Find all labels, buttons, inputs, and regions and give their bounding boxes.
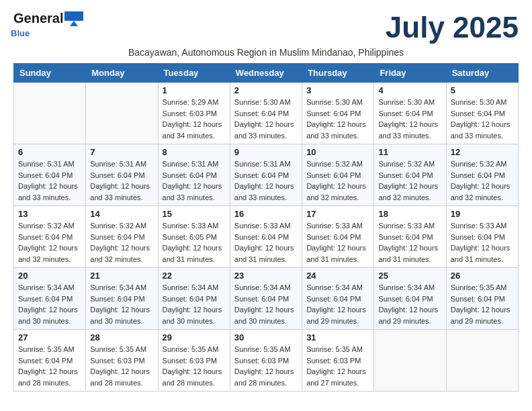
day-info: Sunrise: 5:31 AM Sunset: 6:04 PM Dayligh… — [234, 158, 298, 203]
day-cell: 9Sunrise: 5:31 AM Sunset: 6:04 PM Daylig… — [230, 144, 302, 206]
col-header-thursday: Thursday — [302, 64, 374, 83]
day-cell: 23Sunrise: 5:34 AM Sunset: 6:04 PM Dayli… — [230, 268, 302, 330]
day-cell: 20Sunrise: 5:34 AM Sunset: 6:04 PM Dayli… — [14, 268, 86, 330]
day-cell: 6Sunrise: 5:31 AM Sunset: 6:04 PM Daylig… — [14, 144, 86, 206]
day-info: Sunrise: 5:30 AM Sunset: 6:04 PM Dayligh… — [306, 97, 369, 141]
day-cell: 22Sunrise: 5:34 AM Sunset: 6:04 PM Dayli… — [158, 268, 230, 330]
day-info: Sunrise: 5:31 AM Sunset: 6:04 PM Dayligh… — [90, 158, 153, 203]
day-number: 16 — [234, 209, 298, 219]
day-info: Sunrise: 5:32 AM Sunset: 6:04 PM Dayligh… — [451, 158, 514, 203]
day-info: Sunrise: 5:29 AM Sunset: 6:03 PM Dayligh… — [163, 97, 226, 141]
calendar-table: SundayMondayTuesdayWednesdayThursdayFrid… — [13, 63, 519, 392]
day-info: Sunrise: 5:30 AM Sunset: 6:04 PM Dayligh… — [378, 97, 441, 141]
day-info: Sunrise: 5:32 AM Sunset: 6:04 PM Dayligh… — [306, 158, 369, 203]
day-number: 7 — [90, 147, 153, 157]
day-cell — [446, 330, 518, 392]
day-cell: 27Sunrise: 5:35 AM Sunset: 6:04 PM Dayli… — [14, 330, 86, 392]
day-cell: 5Sunrise: 5:30 AM Sunset: 6:04 PM Daylig… — [446, 83, 518, 144]
day-number: 10 — [306, 147, 369, 157]
day-number: 23 — [234, 271, 298, 281]
day-number: 15 — [163, 209, 226, 219]
day-cell: 1Sunrise: 5:29 AM Sunset: 6:03 PM Daylig… — [158, 83, 230, 144]
day-cell: 3Sunrise: 5:30 AM Sunset: 6:04 PM Daylig… — [302, 83, 374, 144]
day-number: 3 — [306, 85, 369, 95]
day-cell: 13Sunrise: 5:32 AM Sunset: 6:04 PM Dayli… — [14, 206, 86, 268]
day-number: 26 — [451, 271, 514, 281]
day-number: 9 — [234, 147, 298, 157]
day-info: Sunrise: 5:31 AM Sunset: 6:04 PM Dayligh… — [163, 158, 226, 203]
day-number: 22 — [163, 271, 226, 281]
day-info: Sunrise: 5:33 AM Sunset: 6:04 PM Dayligh… — [234, 220, 298, 265]
logo: General Blue — [13, 11, 83, 38]
day-number: 12 — [451, 147, 514, 157]
col-header-saturday: Saturday — [446, 64, 518, 83]
day-cell: 19Sunrise: 5:33 AM Sunset: 6:04 PM Dayli… — [446, 206, 518, 268]
week-row-4: 20Sunrise: 5:34 AM Sunset: 6:04 PM Dayli… — [14, 268, 519, 330]
day-cell: 4Sunrise: 5:30 AM Sunset: 6:04 PM Daylig… — [374, 83, 446, 144]
day-number: 5 — [451, 85, 514, 95]
day-cell: 30Sunrise: 5:35 AM Sunset: 6:03 PM Dayli… — [230, 330, 302, 392]
day-info: Sunrise: 5:34 AM Sunset: 6:04 PM Dayligh… — [18, 282, 81, 326]
day-cell: 2Sunrise: 5:30 AM Sunset: 6:04 PM Daylig… — [230, 83, 302, 144]
day-cell — [86, 83, 158, 144]
logo-image: General — [13, 11, 83, 26]
day-cell: 11Sunrise: 5:32 AM Sunset: 6:04 PM Dayli… — [374, 144, 446, 206]
day-info: Sunrise: 5:35 AM Sunset: 6:04 PM Dayligh… — [451, 282, 514, 326]
week-row-2: 6Sunrise: 5:31 AM Sunset: 6:04 PM Daylig… — [14, 144, 519, 206]
day-cell: 12Sunrise: 5:32 AM Sunset: 6:04 PM Dayli… — [446, 144, 518, 206]
logo-blue-text: Blue — [11, 29, 30, 38]
day-number: 30 — [234, 332, 298, 342]
day-cell: 15Sunrise: 5:33 AM Sunset: 6:05 PM Dayli… — [158, 206, 230, 268]
day-info: Sunrise: 5:35 AM Sunset: 6:03 PM Dayligh… — [234, 344, 298, 388]
week-row-1: 1Sunrise: 5:29 AM Sunset: 6:03 PM Daylig… — [14, 83, 519, 144]
day-number: 21 — [90, 271, 153, 281]
day-info: Sunrise: 5:34 AM Sunset: 6:04 PM Dayligh… — [306, 282, 369, 326]
day-number: 20 — [18, 271, 81, 281]
day-number: 24 — [306, 271, 369, 281]
calendar-body: 1Sunrise: 5:29 AM Sunset: 6:03 PM Daylig… — [14, 83, 519, 392]
day-number: 14 — [90, 209, 153, 219]
day-info: Sunrise: 5:35 AM Sunset: 6:03 PM Dayligh… — [163, 344, 226, 388]
day-number: 13 — [18, 209, 81, 219]
day-number: 18 — [378, 209, 441, 219]
day-number: 6 — [18, 147, 81, 157]
day-cell: 28Sunrise: 5:35 AM Sunset: 6:03 PM Dayli… — [86, 330, 158, 392]
day-number: 28 — [90, 332, 153, 342]
day-info: Sunrise: 5:34 AM Sunset: 6:04 PM Dayligh… — [90, 282, 153, 326]
day-info: Sunrise: 5:32 AM Sunset: 6:04 PM Dayligh… — [18, 220, 81, 265]
day-info: Sunrise: 5:32 AM Sunset: 6:04 PM Dayligh… — [90, 220, 153, 265]
svg-marker-1 — [70, 21, 78, 26]
col-header-monday: Monday — [86, 64, 158, 83]
day-number: 11 — [378, 147, 441, 157]
day-cell: 17Sunrise: 5:33 AM Sunset: 6:04 PM Dayli… — [302, 206, 374, 268]
day-info: Sunrise: 5:33 AM Sunset: 6:04 PM Dayligh… — [306, 220, 369, 265]
day-cell — [14, 83, 86, 144]
day-info: Sunrise: 5:31 AM Sunset: 6:04 PM Dayligh… — [18, 158, 81, 203]
day-cell: 24Sunrise: 5:34 AM Sunset: 6:04 PM Dayli… — [302, 268, 374, 330]
day-info: Sunrise: 5:33 AM Sunset: 6:04 PM Dayligh… — [378, 220, 441, 265]
day-info: Sunrise: 5:35 AM Sunset: 6:03 PM Dayligh… — [306, 344, 369, 388]
day-info: Sunrise: 5:35 AM Sunset: 6:03 PM Dayligh… — [90, 344, 153, 388]
day-info: Sunrise: 5:30 AM Sunset: 6:04 PM Dayligh… — [451, 97, 514, 141]
day-info: Sunrise: 5:34 AM Sunset: 6:04 PM Dayligh… — [378, 282, 441, 326]
page: General Blue July 2025 Bacayawan, Autono… — [0, 0, 532, 402]
day-number: 8 — [163, 147, 226, 157]
day-cell: 26Sunrise: 5:35 AM Sunset: 6:04 PM Dayli… — [446, 268, 518, 330]
day-cell: 14Sunrise: 5:32 AM Sunset: 6:04 PM Dayli… — [86, 206, 158, 268]
day-info: Sunrise: 5:30 AM Sunset: 6:04 PM Dayligh… — [234, 97, 298, 141]
day-cell: 8Sunrise: 5:31 AM Sunset: 6:04 PM Daylig… — [158, 144, 230, 206]
day-info: Sunrise: 5:35 AM Sunset: 6:04 PM Dayligh… — [18, 344, 81, 388]
day-info: Sunrise: 5:33 AM Sunset: 6:05 PM Dayligh… — [163, 220, 226, 265]
day-number: 29 — [163, 332, 226, 342]
day-info: Sunrise: 5:33 AM Sunset: 6:04 PM Dayligh… — [451, 220, 514, 265]
subtitle: Bacayawan, Autonomous Region in Muslim M… — [13, 47, 519, 58]
col-header-wednesday: Wednesday — [230, 64, 302, 83]
svg-rect-0 — [64, 11, 83, 21]
day-cell: 29Sunrise: 5:35 AM Sunset: 6:03 PM Dayli… — [158, 330, 230, 392]
logo-flag-icon — [64, 11, 83, 26]
logo-lines: Blue — [11, 29, 30, 38]
header: General Blue July 2025 — [13, 11, 519, 44]
day-number: 25 — [378, 271, 441, 281]
col-header-sunday: Sunday — [14, 64, 86, 83]
day-cell — [374, 330, 446, 392]
